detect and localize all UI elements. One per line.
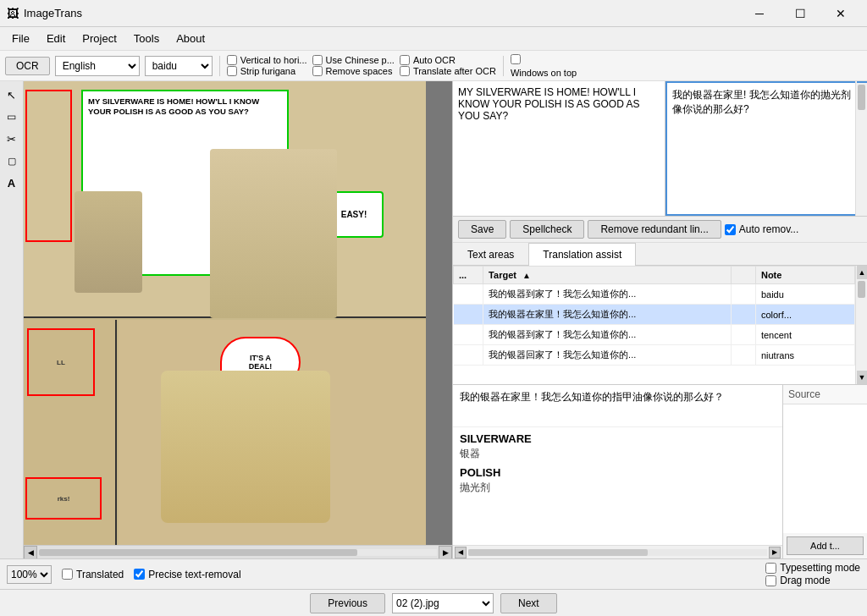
windows-top-checkbox[interactable] — [511, 54, 521, 64]
col-target[interactable]: Target ▲ — [483, 267, 732, 284]
translated-checkbox[interactable] — [62, 569, 73, 580]
translated-checkbox-item: Translated — [62, 569, 124, 580]
drag-checkbox-item: Drag mode — [765, 575, 860, 586]
table-row[interactable]: 我的银器到家了！我怎么知道你的... baidu — [454, 284, 855, 305]
translate-after-checkbox-item: Translate after OCR — [400, 66, 496, 76]
typesetting-checkbox[interactable] — [765, 563, 776, 574]
spellcheck-button[interactable]: Spellcheck — [510, 220, 584, 239]
titlebar: 🖼 ImageTrans ─ ☐ ✕ — [0, 0, 867, 27]
col-dots: ... — [454, 267, 483, 284]
zoom-select[interactable]: 100% — [7, 565, 52, 584]
bottom-hscrollbar[interactable]: ◀ ▶ — [453, 545, 782, 558]
language-select[interactable]: English — [55, 56, 140, 76]
table-body: 我的银器到家了！我怎么知道你的... baidu 我的银器在家里！我怎么知道你的… — [454, 284, 855, 366]
cell-note: niutrans — [755, 345, 854, 366]
bottom-translation-text: 我的银器在家里！我怎么知道你的指甲油像你说的那么好？ — [453, 385, 782, 427]
use-chinese-checkbox-item: Use Chinese p... — [312, 55, 395, 65]
checkbox-group-3: Auto OCR Translate after OCR — [400, 55, 496, 76]
text-tool[interactable]: A — [2, 173, 22, 193]
translation-top — [453, 81, 867, 217]
remove-spaces-checkbox[interactable] — [312, 66, 323, 76]
statusbar: 100% Translated Precise text-removal Typ… — [0, 558, 867, 589]
select-tool[interactable]: ↖ — [2, 85, 22, 105]
footer: Previous 02 (2).jpg Next — [0, 589, 867, 616]
image-hscrollbar[interactable]: ◀ ▶ — [24, 545, 452, 558]
dict-trans-1: 抛光剂 — [460, 481, 776, 495]
dict-entry-0: SILVERWARE 银器 — [460, 432, 776, 461]
right-panel: Save Spellcheck Remove redundant lin... … — [453, 81, 867, 558]
tab-translation-assist[interactable]: Translation assist — [528, 243, 636, 266]
table-container[interactable]: ... Target ▲ Note 我的银器到家了！我怎么知道你的... bai… — [453, 266, 855, 384]
precise-checkbox[interactable] — [134, 569, 145, 580]
tab-text-areas[interactable]: Text areas — [453, 243, 528, 266]
tabs: Text areas Translation assist — [453, 243, 867, 266]
source-input[interactable] — [783, 404, 867, 533]
add-term-button[interactable]: Add t... — [787, 536, 864, 555]
checkbox-group-2: Use Chinese p... Remove spaces — [312, 55, 395, 76]
menubar: File Edit Project Tools About — [0, 27, 867, 51]
cell-dots — [454, 305, 483, 325]
table-row[interactable]: 我的银器回家了！我怎么知道你的... niutrans — [454, 345, 855, 366]
auto-ocr-checkbox[interactable] — [400, 55, 410, 65]
typesetting-label: Typesetting mode — [780, 562, 860, 574]
menu-tools[interactable]: Tools — [125, 29, 168, 48]
translated-label: Translated — [76, 569, 124, 580]
table-vscrollbar[interactable]: ▲ ▼ — [855, 266, 867, 384]
cell-target: 我的银器到家了！我怎么知道你的... — [483, 284, 732, 305]
menu-project[interactable]: Project — [74, 29, 124, 48]
auto-ocr-checkbox-item: Auto OCR — [400, 55, 496, 65]
vertical-checkbox[interactable] — [227, 55, 237, 65]
strip-furigana-checkbox-item: Strip furigana — [227, 66, 307, 76]
toolbar: OCR English baidu Vertical to hori... St… — [0, 51, 867, 81]
cell-note: colorf... — [755, 305, 854, 325]
windows-top-checkbox-item: Windows on top — [511, 54, 577, 78]
menu-edit[interactable]: Edit — [38, 29, 74, 48]
col-note: Note — [755, 267, 854, 284]
use-chinese-checkbox[interactable] — [312, 55, 323, 65]
source-section: Source Add t... — [782, 385, 867, 558]
translate-after-label: Translate after OCR — [413, 66, 496, 76]
minimize-button[interactable]: ─ — [740, 0, 779, 27]
image-area[interactable]: MY SILVERWARE IS HOME! HOW'LL I KNOW YOU… — [24, 81, 452, 545]
table-row[interactable]: 我的银器在家里！我怎么知道你的... colorf... — [454, 305, 855, 325]
left-toolbar: ↖ ▭ ✂ ▢ A — [0, 81, 24, 558]
table-row[interactable]: 我的银器到家了！我怎么知道你的... tencent — [454, 325, 855, 345]
dict-section: 我的银器在家里！我怎么知道你的指甲油像你说的那么好？ SILVERWARE 银器… — [453, 385, 782, 558]
auto-remove-checkbox-item: Auto remov... — [725, 223, 798, 235]
source-textarea[interactable] — [453, 81, 665, 216]
bottom-section: 我的银器在家里！我怎么知道你的指甲油像你说的那么好？ SILVERWARE 银器… — [453, 384, 867, 558]
source-label: Source — [783, 385, 867, 404]
cut-tool[interactable]: ✂ — [2, 129, 22, 149]
app-title: ImageTrans — [24, 7, 82, 19]
remove-spaces-label: Remove spaces — [326, 66, 393, 76]
cell-dots — [454, 284, 483, 305]
right-vscrollbar[interactable] — [855, 81, 867, 216]
save-button[interactable]: Save — [458, 220, 506, 239]
strip-furigana-checkbox[interactable] — [227, 66, 237, 76]
box-tool[interactable]: ▢ — [2, 151, 22, 171]
drag-checkbox[interactable] — [765, 575, 776, 586]
previous-button[interactable]: Previous — [310, 593, 385, 613]
ocr-button[interactable]: OCR — [5, 57, 50, 75]
close-button[interactable]: ✕ — [821, 0, 860, 27]
dict-trans-0: 银器 — [460, 447, 776, 461]
menu-about[interactable]: About — [168, 29, 213, 48]
target-textarea[interactable] — [665, 81, 867, 216]
maximize-button[interactable]: ☐ — [781, 0, 820, 27]
cell-target: 我的银器在家里！我怎么知道你的... — [483, 305, 732, 325]
cell-target: 我的银器回家了！我怎么知道你的... — [483, 345, 732, 366]
translate-after-checkbox[interactable] — [400, 66, 410, 76]
cell-target: 我的银器到家了！我怎么知道你的... — [483, 325, 732, 345]
engine-select[interactable]: baidu — [145, 56, 213, 76]
remove-redundant-button[interactable]: Remove redundant lin... — [588, 220, 721, 239]
next-button[interactable]: Next — [500, 593, 557, 613]
auto-remove-checkbox[interactable] — [725, 224, 736, 235]
col-empty — [731, 267, 755, 284]
translation-table: ... Target ▲ Note 我的银器到家了！我怎么知道你的... bai… — [453, 266, 855, 366]
rect-tool[interactable]: ▭ — [2, 107, 22, 127]
menu-file[interactable]: File — [3, 29, 38, 48]
cell-sort — [731, 325, 755, 345]
file-select[interactable]: 02 (2).jpg — [392, 593, 494, 613]
toolbar-separator-1 — [219, 56, 220, 76]
cell-dots — [454, 325, 483, 345]
